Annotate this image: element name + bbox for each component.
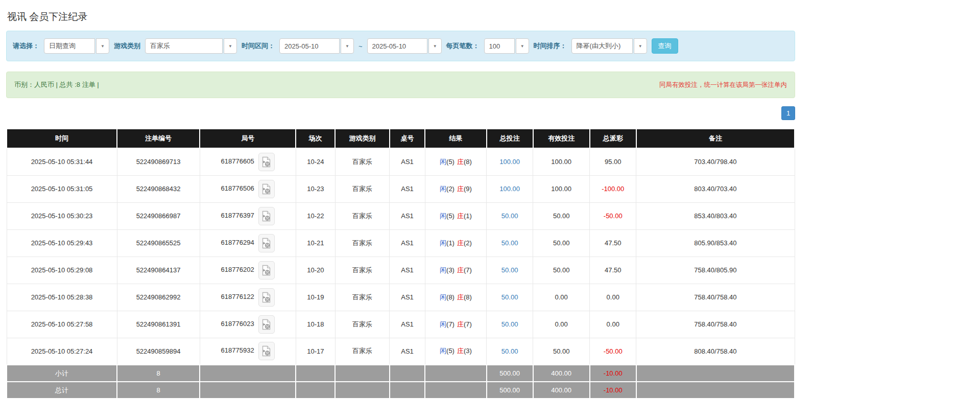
cell-result: 闲(2)庄(9) [425, 175, 486, 202]
summary-alert: 币别：人民币 | 总共 :8 注单 | 同局有效投注，统一计算在该局第一张注单内 [6, 72, 795, 98]
cell-result: 闲(3)庄(7) [425, 257, 486, 284]
game-type-select[interactable]: 百家乐 ▼ [145, 38, 237, 54]
video-replay-button[interactable] [258, 234, 275, 252]
time-sort-select[interactable]: 降幂(由大到小) ▼ [571, 38, 647, 54]
cell-valid-bet: 50.00 [533, 257, 590, 284]
cell-game-type: 百家乐 [335, 148, 389, 175]
result-banker: 庄 [457, 158, 464, 166]
chevron-down-icon[interactable]: ▼ [516, 38, 529, 54]
video-replay-button[interactable] [258, 342, 275, 360]
total-bet-link[interactable]: 50.00 [501, 239, 518, 247]
table-header: 时间 注单编号 局号 场次 游戏类别 桌号 结果 总投注 有效投注 总派彩 备注 [7, 129, 795, 148]
cell-valid-bet: 50.00 [533, 229, 590, 257]
video-replay-button[interactable] [258, 207, 275, 225]
page-size-select[interactable]: 100 ▼ [484, 38, 529, 54]
page-title: 视讯 会员下注纪录 [7, 10, 795, 24]
cell-bet-no: 522490864137 [117, 257, 200, 284]
result-banker-score: (9) [464, 185, 472, 193]
cell-valid-bet: 100.00 [533, 148, 590, 175]
video-file-icon [262, 156, 271, 168]
cell-valid-bet: 100.00 [533, 175, 590, 202]
page-button-1[interactable]: 1 [781, 106, 795, 120]
filter-panel: 请选择： 日期查询 ▼ 游戏类别 百家乐 ▼ 时间区间： 2025-05-10 … [6, 31, 795, 61]
cell-session: 10-17 [296, 338, 335, 365]
cell-payout: -50.00 [590, 202, 636, 229]
date-from-picker[interactable]: 2025-05-10 ▼ [279, 38, 354, 54]
round-number: 618776506 [221, 184, 254, 192]
cell-table-no: AS1 [390, 257, 425, 284]
total-bet-link[interactable]: 100.00 [499, 158, 520, 166]
total-bet-link[interactable]: 50.00 [501, 347, 518, 355]
col-time: 时间 [7, 129, 117, 148]
cell-total-bet: 50.00 [487, 202, 533, 229]
chevron-down-icon[interactable]: ▼ [428, 38, 442, 54]
result-banker: 庄 [457, 293, 464, 301]
cell-time: 2025-05-10 05:28:38 [7, 284, 117, 311]
grandtotal-payout: -10.00 [590, 382, 636, 399]
col-round-no: 局号 [200, 129, 296, 148]
cell-session: 10-23 [296, 175, 335, 202]
query-mode-select[interactable]: 日期查询 ▼ [44, 38, 109, 54]
round-number: 618776397 [221, 212, 254, 219]
subtotal-label: 小计 [7, 365, 117, 382]
video-file-icon [262, 265, 271, 276]
chevron-down-icon[interactable]: ▼ [224, 38, 237, 54]
result-player-score: (5) [446, 212, 455, 220]
video-replay-button[interactable] [258, 180, 275, 198]
cell-bet-no: 522490859894 [117, 338, 200, 365]
cell-game-type: 百家乐 [335, 257, 389, 284]
cell-round-no: 618775932 [200, 338, 296, 365]
cell-remark: 758.40/805.90 [636, 257, 795, 284]
round-number: 618776122 [221, 293, 254, 300]
date-to-picker[interactable]: 2025-05-10 ▼ [367, 38, 442, 54]
cell-valid-bet: 50.00 [533, 338, 590, 365]
col-payout: 总派彩 [590, 129, 636, 148]
col-bet-no: 注单编号 [117, 129, 200, 148]
cell-round-no: 618776605 [200, 148, 296, 175]
cell-valid-bet: 0.00 [533, 284, 590, 311]
video-replay-button[interactable] [258, 261, 275, 280]
chevron-down-icon[interactable]: ▼ [634, 38, 647, 54]
col-result: 结果 [425, 129, 486, 148]
total-bet-link[interactable]: 100.00 [499, 185, 520, 193]
cell-payout: 95.00 [590, 148, 636, 175]
cell-total-bet: 50.00 [487, 338, 533, 365]
video-file-icon [262, 345, 271, 357]
video-replay-button[interactable] [258, 315, 275, 334]
cell-session: 10-19 [296, 284, 335, 311]
result-player: 闲 [440, 158, 446, 166]
cell-time: 2025-05-10 05:29:43 [7, 229, 117, 257]
cell-result: 闲(7)庄(7) [425, 311, 486, 338]
col-remark: 备注 [636, 129, 795, 148]
total-bet-link[interactable]: 50.00 [501, 266, 518, 274]
total-bet-link[interactable]: 50.00 [501, 293, 518, 301]
cell-time: 2025-05-10 05:27:58 [7, 311, 117, 338]
table-row: 2025-05-10 05:29:08 522490864137 6187762… [7, 257, 795, 284]
total-bet-link[interactable]: 50.00 [501, 212, 518, 220]
chevron-down-icon[interactable]: ▼ [341, 38, 354, 54]
cell-game-type: 百家乐 [335, 338, 389, 365]
total-bet-link[interactable]: 50.00 [501, 320, 518, 328]
cell-round-no: 618776023 [200, 311, 296, 338]
table-row: 2025-05-10 05:27:58 522490861391 6187760… [7, 311, 795, 338]
video-file-icon [262, 211, 271, 222]
cell-game-type: 百家乐 [335, 284, 389, 311]
cell-total-bet: 50.00 [487, 284, 533, 311]
cell-round-no: 618776397 [200, 202, 296, 229]
cell-round-no: 618776294 [200, 229, 296, 257]
video-replay-button[interactable] [258, 288, 275, 307]
bet-records-table: 时间 注单编号 局号 场次 游戏类别 桌号 结果 总投注 有效投注 总派彩 备注… [6, 128, 795, 399]
result-player-score: (1) [446, 239, 455, 247]
col-session: 场次 [296, 129, 335, 148]
chevron-down-icon[interactable]: ▼ [96, 38, 109, 54]
cell-payout: 0.00 [590, 284, 636, 311]
video-replay-button[interactable] [258, 153, 275, 171]
cell-total-bet: 100.00 [487, 175, 533, 202]
subtotal-total-bet: 500.00 [487, 365, 533, 382]
time-range-label: 时间区间： [242, 41, 275, 51]
round-number: 618776294 [221, 239, 254, 246]
cell-bet-no: 522490865525 [117, 229, 200, 257]
cell-game-type: 百家乐 [335, 229, 389, 257]
search-button[interactable]: 查询 [652, 38, 678, 54]
cell-bet-no: 522490862992 [117, 284, 200, 311]
